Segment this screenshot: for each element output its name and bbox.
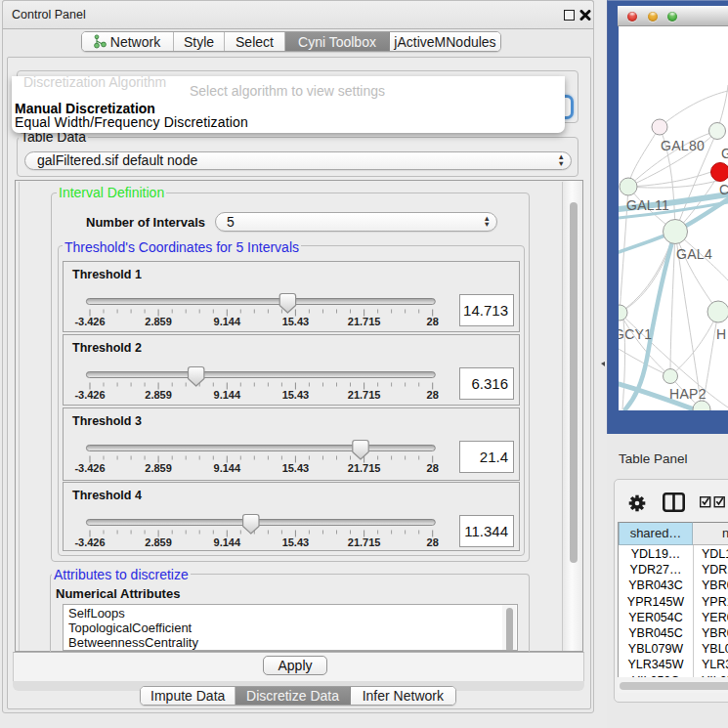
svg-text:GAL11: GAL11 (626, 197, 669, 213)
svg-text:28: 28 (427, 536, 439, 548)
svg-text:28: 28 (427, 316, 439, 327)
svg-text:15.43: 15.43 (282, 536, 310, 548)
svg-text:-3.426: -3.426 (74, 536, 105, 548)
svg-text:2.859: 2.859 (145, 389, 172, 401)
svg-text:-3.426: -3.426 (74, 462, 105, 474)
svg-text:2.859: 2.859 (145, 462, 172, 474)
svg-text:-3.426: -3.426 (74, 316, 105, 327)
svg-text:GCY1: GCY1 (619, 326, 652, 342)
svg-text:21.715: 21.715 (348, 389, 381, 401)
svg-text:GAL4: GAL4 (676, 246, 712, 262)
svg-text:9.144: 9.144 (214, 536, 241, 548)
svg-text:15.43: 15.43 (282, 316, 310, 327)
svg-text:GA: GA (721, 146, 728, 161)
svg-text:28: 28 (427, 389, 439, 401)
svg-text:9.144: 9.144 (214, 462, 241, 474)
svg-text:2.859: 2.859 (145, 316, 172, 327)
svg-text:GAL80: GAL80 (661, 138, 705, 153)
svg-text:H: H (716, 326, 726, 342)
svg-text:9.144: 9.144 (214, 316, 241, 327)
svg-text:21.715: 21.715 (348, 316, 381, 327)
svg-text:9.144: 9.144 (214, 389, 241, 401)
svg-text:C: C (719, 182, 728, 197)
svg-text:2.859: 2.859 (145, 536, 172, 548)
svg-text:-3.426: -3.426 (74, 389, 105, 401)
svg-text:HAP2: HAP2 (669, 386, 707, 402)
svg-text:21.715: 21.715 (348, 536, 381, 548)
svg-text:28: 28 (427, 462, 439, 474)
svg-text:15.43: 15.43 (282, 389, 310, 401)
svg-text:15.43: 15.43 (282, 462, 310, 474)
svg-text:21.715: 21.715 (348, 462, 381, 474)
